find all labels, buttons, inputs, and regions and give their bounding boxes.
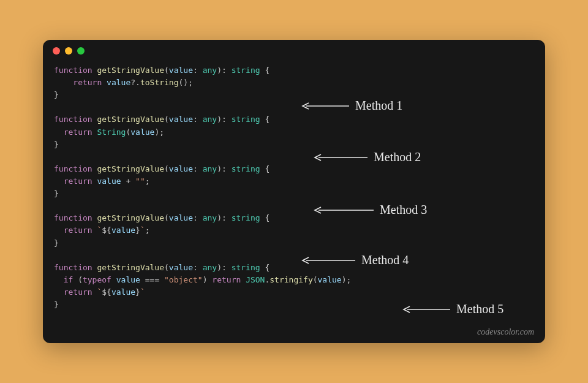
arrow-icon: [300, 256, 355, 265]
code-token: }: [54, 90, 59, 99]
code-token: ;: [145, 226, 150, 235]
blank-line: [54, 200, 534, 212]
code-token: getStringValue: [97, 115, 164, 124]
code-token: +: [121, 176, 135, 186]
code-token: ();: [179, 78, 193, 87]
code-token: return: [64, 176, 97, 186]
code-token: ):: [217, 213, 231, 222]
code-token: ;: [145, 176, 150, 186]
code-token: value: [97, 176, 121, 186]
code-line: return value + "";: [54, 175, 534, 188]
code-token: value: [111, 226, 135, 235]
blank-line: [54, 101, 534, 113]
code-line: if (typeof value === "object") return JS…: [54, 274, 534, 286]
code-token: `: [140, 287, 145, 297]
code-line: function getStringValue(value: any): str…: [54, 262, 534, 274]
blank-line: [54, 151, 534, 163]
code-token: string: [232, 263, 260, 272]
code-token: ?.: [130, 78, 140, 87]
code-token: `: [140, 226, 145, 235]
code-token: "object": [164, 275, 203, 284]
code-token: ):: [217, 263, 231, 272]
code-token: string: [232, 213, 260, 222]
code-token: JSON: [246, 275, 265, 284]
code-token: [54, 127, 64, 137]
code-token: :: [193, 213, 203, 222]
code-token: ):: [217, 115, 231, 124]
code-token: value: [111, 287, 135, 297]
code-token: (: [164, 66, 169, 75]
code-line: function getStringValue(value: any): str…: [54, 163, 534, 175]
code-token: if: [64, 275, 78, 284]
annotation-method-2: Method 2: [312, 148, 421, 167]
code-token: ):: [217, 66, 231, 75]
code-token: [54, 226, 64, 235]
code-token: String: [97, 127, 126, 137]
code-token: typeof: [83, 275, 116, 284]
code-token: [54, 287, 64, 297]
code-token: [54, 78, 73, 87]
code-token: :: [193, 164, 203, 173]
code-token: :: [193, 115, 203, 124]
code-token: {: [260, 115, 270, 124]
code-token: function: [54, 115, 97, 124]
code-token: stringify: [270, 275, 312, 284]
code-token: (: [164, 164, 169, 173]
code-line: }: [54, 188, 534, 200]
code-line: function getStringValue(value: any): str…: [54, 64, 534, 77]
code-token: value: [130, 127, 154, 137]
code-token: }: [54, 140, 59, 149]
code-token: any: [203, 213, 217, 222]
code-token: value: [169, 213, 193, 222]
annotation-method-1: Method 1: [300, 96, 402, 115]
code-token: function: [54, 263, 97, 272]
code-token: );: [342, 275, 352, 284]
code-token: ): [203, 275, 213, 284]
code-token: value: [169, 263, 193, 272]
code-token: (: [164, 115, 169, 124]
code-token: return: [73, 78, 107, 87]
code-token: value: [318, 275, 342, 284]
code-token: );: [154, 127, 164, 137]
code-token: (: [164, 263, 169, 272]
arrow-icon: [312, 153, 368, 162]
code-token: [54, 176, 64, 186]
annotation-label: Method 2: [374, 148, 421, 167]
annotation-method-3: Method 3: [312, 200, 427, 219]
code-token: }: [135, 287, 140, 297]
arrow-icon: [401, 305, 450, 314]
code-line: return String(value);: [54, 126, 534, 138]
code-token: string: [232, 66, 260, 75]
blank-line: [54, 249, 534, 262]
code-token: any: [203, 66, 217, 75]
code-token: return: [64, 127, 97, 137]
code-token: ${: [102, 287, 111, 297]
code-line: function getStringValue(value: any): str…: [54, 113, 534, 126]
code-token: string: [232, 164, 260, 173]
window-titlebar: [43, 40, 545, 62]
code-token: }: [135, 226, 140, 235]
minimize-dot-icon: [65, 47, 72, 55]
code-token: any: [203, 164, 217, 173]
annotation-method-4: Method 4: [300, 251, 409, 270]
code-line: }: [54, 89, 534, 101]
code-token: :: [193, 263, 203, 272]
arrow-icon: [300, 102, 349, 110]
annotation-label: Method 3: [380, 200, 427, 219]
code-token: value: [169, 66, 193, 75]
annotation-label: Method 5: [456, 300, 503, 319]
code-token: string: [232, 115, 260, 124]
code-line: }: [54, 237, 534, 249]
code-token: getStringValue: [97, 164, 164, 173]
annotation-label: Method 4: [361, 251, 409, 270]
code-token: ===: [140, 275, 164, 284]
code-token: :: [193, 66, 203, 75]
code-token: value: [116, 275, 140, 284]
code-token: ):: [217, 164, 231, 173]
code-token: (: [78, 275, 83, 284]
code-window: function getStringValue(value: any): str…: [43, 40, 545, 343]
code-token: {: [260, 164, 270, 173]
code-token: function: [54, 164, 97, 173]
code-token: return: [64, 226, 97, 235]
code-line: return `${value}`: [54, 286, 534, 298]
